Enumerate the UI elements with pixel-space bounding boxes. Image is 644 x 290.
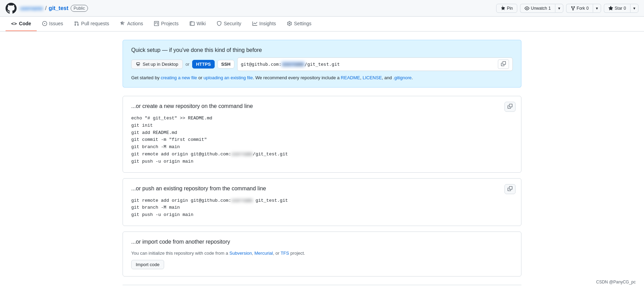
copy-push-button[interactable] [504,184,516,194]
or-text: or [186,62,190,67]
username-blur-2: username [231,198,253,203]
tab-code-label: Code [19,21,31,26]
wiki-icon [190,21,195,26]
import-code-button[interactable]: Import code [131,260,164,269]
issues-icon [42,21,47,26]
star-dropdown[interactable]: ▾ [630,4,638,13]
tab-settings-label: Settings [294,21,312,26]
star-button[interactable]: Star 0 [604,4,630,13]
pin-icon [501,6,506,11]
cmdline-section: ...or create a new repository on the com… [123,96,521,173]
code-line-4: git commit -m "first commit" [131,136,513,144]
code-icon: <> [11,21,17,26]
pin-group: Pin [496,4,517,13]
star-label: Star [615,6,622,11]
copy-url-button[interactable] [498,60,509,69]
url-display: git@github.com:username/git_test.git [241,62,495,67]
uploading-file-link[interactable]: uploading an existing file [204,75,253,80]
push-line-3: git push -u origin main [131,211,513,219]
security-icon [217,21,222,26]
copy-push-icon [508,186,512,191]
repo-actions: Pin Unwatch 1 ▾ Fork 0 ▾ [496,4,638,13]
import-section: ...or import code from another repositor… [123,232,521,277]
watch-group: Unwatch 1 ▾ [520,4,563,13]
code-line-5: git branch -M main [131,144,513,151]
tab-pull-requests[interactable]: Pull requests [69,17,115,31]
tab-security[interactable]: Security [211,17,247,31]
tab-settings[interactable]: Settings [281,17,317,31]
repo-owner[interactable]: username [20,6,43,11]
tab-insights-label: Insights [259,21,276,26]
watch-label: Unwatch [531,6,547,11]
visibility-badge: Public [71,5,88,12]
tab-issues-label: Issues [49,21,63,26]
code-line-2: git init [131,122,513,129]
projects-icon [154,21,159,26]
tab-code[interactable]: <> Code [6,17,37,31]
quick-setup-box: Quick setup — if you've done this kind o… [123,40,521,88]
tab-insights[interactable]: Insights [247,17,281,31]
insights-icon [252,21,257,26]
top-bar: username / git_test Public Pin Unwatch 1… [0,0,644,17]
cmdline-code: echo "# git_test" >> README.md git init … [131,115,513,165]
readme-link[interactable]: README [341,75,360,80]
code-line-3: git add README.md [131,129,513,137]
push-line-2: git branch -M main [131,204,513,211]
gitignore-link[interactable]: .gitignore [393,75,411,80]
push-section: ...or push an existing repository from t… [123,178,521,226]
repo-breadcrumb: username / git_test Public [6,3,88,14]
push-code: git remote add origin git@github.com:use… [131,197,513,219]
watermark: CSDN @PanyCG_pc [596,280,636,284]
import-desc: You can initialize this repository with … [131,251,513,256]
tab-wiki[interactable]: Wiki [184,17,211,31]
tab-pr-label: Pull requests [81,21,109,26]
tab-actions[interactable]: Actions [115,17,149,31]
tab-projects-label: Projects [161,21,179,26]
fork-button[interactable]: Fork 0 [566,4,593,13]
ssh-button[interactable]: SSH [217,60,234,69]
import-title: ...or import code from another repositor… [131,239,513,245]
main-content: Quick setup — if you've done this kind o… [114,40,530,290]
tfs-link[interactable]: TFS [280,251,289,256]
pin-label: Pin [507,6,513,11]
tab-actions-label: Actions [127,21,143,26]
fork-count: 0 [587,6,589,11]
fork-label: Fork [577,6,585,11]
eye-icon [525,6,529,11]
github-logo-icon [6,3,17,14]
tab-issues[interactable]: Issues [37,17,69,31]
mercurial-link[interactable]: Mercurial [254,251,273,256]
repo-name: git_test [49,5,69,11]
fork-icon [571,6,575,11]
breadcrumb-slash: / [45,5,46,11]
fork-dropdown[interactable]: ▾ [593,4,601,13]
watch-count: 1 [548,6,551,11]
watch-button[interactable]: Unwatch 1 [520,4,555,13]
creating-file-link[interactable]: creating a new file [161,75,197,80]
repo-nav: <> Code Issues Pull requests Actions Pro… [0,17,644,31]
cmdline-title: ...or create a new repository on the com… [131,103,513,109]
setup-desktop-button[interactable]: Set up in Desktop [131,60,183,69]
code-line-1: echo "# git_test" >> README.md [131,115,513,122]
https-button[interactable]: HTTPS [192,60,215,69]
url-row: Set up in Desktop or HTTPS SSH git@githu… [131,57,513,71]
url-input: git@github.com:username/git_test.git [237,57,513,71]
license-link[interactable]: LICENSE [363,75,382,80]
copy-cmdline-button[interactable] [504,102,516,112]
svn-link[interactable]: Subversion [230,251,252,256]
watch-dropdown[interactable]: ▾ [555,4,563,13]
url-username: username [281,62,305,67]
star-count: 0 [624,6,626,11]
pin-button[interactable]: Pin [496,4,517,13]
copy-icon [501,61,506,66]
star-group: Star 0 ▾ [604,4,638,13]
tab-wiki-label: Wiki [197,21,206,26]
actions-icon [120,21,125,26]
hint-text: Get started by creating a new file or up… [131,75,513,80]
url-prefix: git@github.com: [241,62,281,67]
desktop-icon [136,62,141,67]
fork-group: Fork 0 ▾ [566,4,601,13]
tab-projects[interactable]: Projects [149,17,184,31]
code-line-7: git push -u origin main [131,158,513,165]
pr-icon [74,21,79,26]
